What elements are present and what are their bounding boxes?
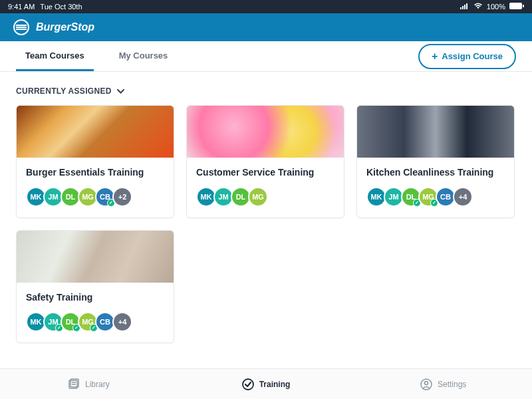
- nav-library-label: Library: [85, 380, 110, 389]
- svg-rect-1: [462, 6, 464, 9]
- app-title: BurgerStop: [36, 21, 94, 33]
- course-grid: Burger Essentials TrainingMKJMDLMGCB✓+2C…: [16, 105, 516, 343]
- logo-icon: [13, 19, 29, 35]
- svg-rect-2: [464, 5, 466, 9]
- course-image: [17, 231, 174, 283]
- course-card[interactable]: Customer Service TrainingMKJMDLMG: [186, 105, 344, 218]
- wifi-icon: [473, 3, 483, 11]
- tab-my-courses[interactable]: My Courses: [110, 41, 178, 71]
- svg-point-11: [243, 379, 253, 390]
- course-card[interactable]: Burger Essentials TrainingMKJMDLMGCB✓+2: [16, 105, 174, 218]
- course-image: [17, 106, 174, 158]
- nav-library[interactable]: Library: [0, 369, 178, 399]
- chevron-down-icon: [117, 88, 124, 95]
- course-card[interactable]: Kitchen Cleanliness TrainingMKJMDL✓MG✓CB…: [356, 105, 515, 218]
- course-image: [357, 106, 514, 158]
- assign-course-label: Assign Course: [442, 51, 503, 61]
- plus-icon: +: [432, 51, 438, 63]
- nav-training-label: Training: [259, 380, 291, 389]
- tab-row: Team Courses My Courses + Assign Course: [0, 41, 532, 72]
- signal-icon: [460, 3, 469, 11]
- nav-settings[interactable]: Settings: [354, 369, 532, 399]
- status-bar: 9:41 AM Tue Oct 30th 100%: [0, 0, 532, 13]
- app-header: BurgerStop: [0, 13, 532, 41]
- battery-percent: 100%: [487, 3, 505, 11]
- section-currently-assigned[interactable]: CURRENTLY ASSIGNED: [16, 86, 516, 96]
- course-title: Safety Training: [26, 292, 164, 303]
- nav-training[interactable]: Training: [178, 369, 355, 399]
- course-title: Customer Service Training: [196, 167, 334, 178]
- training-icon: [242, 378, 254, 390]
- battery-icon: [509, 3, 524, 11]
- svg-rect-0: [460, 7, 462, 9]
- assign-course-button[interactable]: + Assign Course: [418, 44, 516, 69]
- status-date: Tue Oct 30th: [40, 3, 82, 11]
- avatar-row: MKJM✓DL✓MG✓CB+4: [26, 312, 164, 332]
- avatar-overflow[interactable]: +4: [453, 187, 473, 207]
- svg-rect-5: [523, 5, 524, 7]
- settings-icon: [420, 378, 432, 390]
- status-time: 9:41 AM: [8, 3, 35, 11]
- bottom-nav: Library Training Settings: [0, 368, 532, 399]
- avatar[interactable]: MG: [248, 187, 268, 207]
- avatar-overflow[interactable]: +2: [112, 187, 132, 207]
- nav-settings-label: Settings: [438, 380, 466, 389]
- tab-team-courses[interactable]: Team Courses: [16, 41, 94, 71]
- avatar-row: MKJMDLMG: [196, 187, 334, 207]
- avatar-row: MKJMDL✓MG✓CB+4: [366, 187, 505, 207]
- svg-point-13: [425, 381, 428, 384]
- library-icon: [68, 378, 80, 390]
- svg-rect-4: [509, 3, 522, 9]
- avatar-row: MKJMDLMGCB✓+2: [26, 187, 164, 207]
- course-title: Burger Essentials Training: [26, 167, 164, 178]
- svg-rect-3: [466, 3, 467, 9]
- course-title: Kitchen Cleanliness Training: [366, 167, 505, 178]
- section-label: CURRENTLY ASSIGNED: [16, 86, 112, 96]
- course-card[interactable]: Safety TrainingMKJM✓DL✓MG✓CB+4: [16, 230, 174, 343]
- content-area: CURRENTLY ASSIGNED Burger Essentials Tra…: [0, 72, 532, 368]
- course-image: [187, 106, 344, 158]
- avatar-overflow[interactable]: +4: [112, 312, 132, 332]
